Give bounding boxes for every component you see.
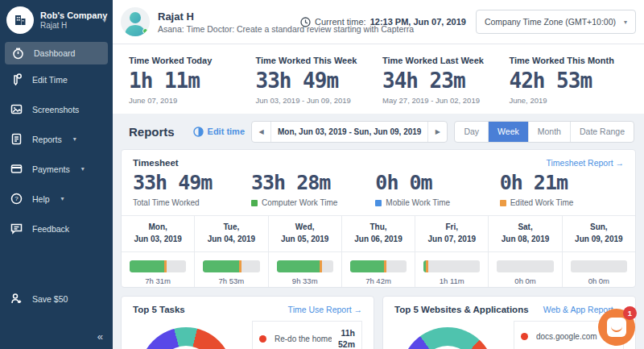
prev-week-arrow[interactable]: ◀	[252, 122, 271, 142]
timesheet-summary: 33h 49m Total Time Worked 33h 28m Comput…	[133, 171, 624, 207]
current-time: Current time: 12:13 PM, Jun 07, 2019	[300, 17, 466, 27]
view-month-button[interactable]: Month	[529, 122, 571, 142]
day-header: Thu,Jun 06, 2019	[342, 216, 415, 252]
sidebar-item-edit-time[interactable]: Edit Time	[0, 64, 113, 94]
computer-work-time: 33h 28m Computer Work Time	[251, 171, 375, 207]
day-bar	[269, 252, 341, 276]
website-label: docs.google.com	[536, 332, 605, 341]
edit-time-button[interactable]: Edit time	[193, 127, 245, 137]
user-avatar	[121, 7, 150, 36]
day-header: Mon,Jun 03, 2019	[122, 216, 194, 252]
task-label: Re-do the home page wi...	[275, 334, 332, 343]
svg-text:?: ?	[14, 195, 19, 202]
day-total: 7h 31m	[122, 276, 194, 288]
dashboard-icon	[11, 48, 24, 60]
tasks-donut-chart	[139, 327, 233, 349]
table-row[interactable]: Re-do the home page wi... 11h 52m	[253, 322, 361, 349]
view-week-button[interactable]: Week	[489, 122, 529, 142]
mobile-work-time: 0h 0m Mobile Work Time	[375, 171, 499, 207]
total-time-worked: 33h 49m Total Time Worked	[133, 171, 251, 207]
top-websites-header: Top 5 Websites & Applications Web & App …	[394, 305, 624, 314]
sidebar-item-label: Save $50	[32, 294, 68, 304]
feedback-icon	[10, 222, 23, 235]
day-column-wed[interactable]: Wed,Jun 05, 2019 9h 33m	[269, 216, 342, 288]
stat-value: 33h 49m	[256, 69, 383, 93]
date-range-navigator: ◀ Mon, Jun 03, 2019 - Sun, Jun 09, 2019 …	[251, 121, 448, 143]
sidebar-item-reports[interactable]: Reports ▾	[0, 124, 113, 154]
stat-period: June, 2019	[510, 96, 637, 105]
day-bar	[489, 252, 561, 276]
edit-time-label: Edit time	[208, 127, 245, 136]
day-column-fri[interactable]: Fri,Jun 07, 2019 1h 11m	[415, 216, 489, 288]
summary-value: 0h 0m	[375, 171, 499, 194]
stat-period: May 27, 2019 - Jun 02, 2019	[382, 96, 510, 105]
day-total: 7h 53m	[195, 276, 267, 288]
blue-legend-square	[375, 200, 382, 206]
chat-bubble-button[interactable]: 1	[598, 309, 635, 346]
header-right: Current time: 12:13 PM, Jun 07, 2019 Com…	[300, 10, 636, 34]
day-total: 1h 11m	[415, 276, 488, 288]
sidebar-bottom: Save $50	[0, 284, 113, 314]
page-title: Reports	[129, 125, 175, 139]
sidebar-item-dashboard[interactable]: Dashboard	[5, 42, 108, 64]
day-column-thu[interactable]: Thu,Jun 06, 2019 7h 42m	[342, 216, 415, 288]
sidebar-collapse-button[interactable]: «	[97, 330, 103, 343]
sidebar-item-save-50[interactable]: Save $50	[0, 284, 113, 314]
building-icon	[13, 13, 27, 27]
day-column-sun[interactable]: Sun,Jun 09, 2019 0h 0m	[563, 216, 635, 288]
main-area: Rajat H Asana: Time Doctor: Create a sta…	[113, 0, 644, 349]
sidebar-item-help[interactable]: ? Help ▾	[0, 184, 113, 214]
day-column-tue[interactable]: Tue,Jun 04, 2019 7h 53m	[195, 216, 268, 288]
timezone-value: Company Time Zone (GMT+10:00)	[485, 17, 616, 27]
day-column-sat[interactable]: Sat,Jun 08, 2019 0h 0m	[489, 216, 562, 288]
reports-section: Reports Edit time ◀ Mon, Jun 03, 2019 - …	[113, 114, 644, 349]
company-user-name: Rajat H	[40, 21, 94, 30]
top-header: Rajat H Asana: Time Doctor: Create a sta…	[113, 0, 644, 44]
sidebar-item-feedback[interactable]: Feedback	[0, 214, 113, 243]
chevron-down-icon: ▾	[61, 195, 64, 202]
view-switcher: Day Week Month Date Range	[454, 121, 634, 143]
chat-unread-badge: 1	[623, 306, 637, 320]
stat-period: June 07, 2019	[129, 96, 256, 105]
summary-label: Mobile Work Time	[375, 198, 499, 207]
view-day-button[interactable]: Day	[455, 122, 489, 142]
sidebar-item-label: Help	[32, 194, 50, 204]
time-use-report-link[interactable]: Time Use Report →	[288, 305, 362, 314]
sidebar-item-label: Payments	[32, 164, 70, 174]
chevron-down-icon: ▾	[624, 19, 627, 26]
day-header: Wed,Jun 05, 2019	[269, 216, 341, 252]
edit-time-icon	[10, 73, 23, 85]
summary-label: Total Time Worked	[133, 198, 251, 207]
view-date-range-button[interactable]: Date Range	[571, 122, 634, 142]
summary-label: Computer Work Time	[251, 198, 375, 207]
chat-smile-icon	[607, 318, 626, 337]
day-column-mon[interactable]: Mon,Jun 03, 2019 7h 31m	[122, 216, 195, 288]
chevron-down-icon: ▾	[73, 135, 76, 143]
timesheet-header: Timesheet Timesheet Report →	[133, 158, 624, 168]
websites-donut-chart	[401, 327, 494, 349]
task-time: 11h 52m	[338, 328, 355, 349]
green-legend-square	[251, 200, 258, 206]
stat-title: Time Worked Last Week	[382, 56, 510, 65]
sidebar-item-screenshots[interactable]: Screenshots	[0, 94, 113, 124]
timezone-select[interactable]: Company Time Zone (GMT+10:00) ▾	[476, 10, 636, 34]
top-tasks-title: Top 5 Tasks	[133, 305, 185, 314]
payments-icon	[10, 163, 23, 175]
stat-this-month: Time Worked This Month 42h 53m June, 201…	[510, 52, 637, 114]
clock-icon	[300, 17, 311, 27]
stat-value: 1h 11m	[129, 69, 256, 93]
sidebar-item-label: Reports	[32, 135, 62, 144]
sidebar-item-label: Dashboard	[34, 48, 75, 58]
summary-value: 0h 21m	[500, 171, 624, 194]
day-header: Tue,Jun 04, 2019	[195, 216, 267, 252]
timesheet-report-link[interactable]: Timesheet Report →	[547, 158, 624, 168]
company-switcher[interactable]: Rob's Company Rajat H ▾	[0, 0, 113, 39]
top-websites-title: Top 5 Websites & Applications	[394, 305, 529, 314]
time-worked-stats: Time Worked Today 1h 11m June 07, 2019 T…	[113, 44, 644, 114]
sidebar-item-payments[interactable]: Payments ▾	[0, 154, 113, 184]
chevron-down-icon: ▾	[81, 165, 85, 172]
top-tasks-header: Top 5 Tasks Time Use Report →	[133, 305, 362, 314]
red-series-dot	[521, 333, 528, 340]
day-header: Fri,Jun 07, 2019	[415, 216, 488, 252]
next-week-arrow[interactable]: ▶	[427, 122, 447, 142]
